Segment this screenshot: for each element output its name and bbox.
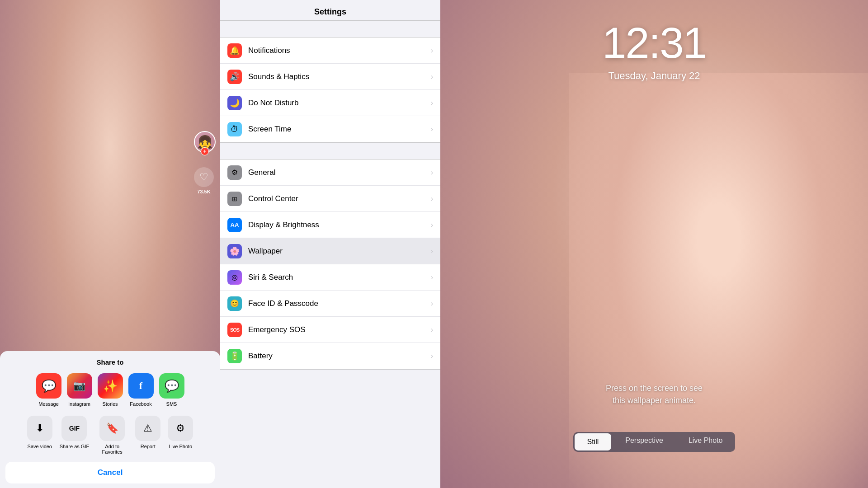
settings-row-screentime[interactable]: ⏱ Screen Time › — [220, 116, 440, 142]
settings-row-control[interactable]: ⊞ Control Center › — [220, 186, 440, 212]
siri-label: Siri & Search — [248, 273, 431, 282]
sos-icon: SOS — [227, 323, 242, 337]
sounds-icon: 🔊 — [227, 70, 242, 84]
settings-row-notifications[interactable]: 🔔 Notifications › — [220, 38, 440, 64]
lockscreen-hint: Press on the screen to seethis wallpaper… — [440, 382, 868, 407]
lockscreen-time: 12:31 — [440, 18, 868, 68]
sos-chevron: › — [431, 326, 433, 334]
livephoto-label: Live Photo — [169, 444, 192, 449]
siri-icon: ◎ — [227, 270, 242, 285]
settings-row-display[interactable]: AA Display & Brightness › — [220, 212, 440, 238]
report-label: Report — [141, 444, 156, 449]
battery-icon: 🔋 — [227, 349, 242, 363]
wallpaper-perspective-option[interactable]: Perspective — [613, 432, 676, 452]
like-count: 73.5K — [197, 189, 210, 194]
wallpaper-livephoto-option[interactable]: Live Photo — [676, 432, 736, 452]
settings-row-battery[interactable]: 🔋 Battery › — [220, 343, 440, 369]
sms-icon: 💬 — [159, 373, 184, 399]
share-title: Share to — [0, 358, 220, 366]
sms-label: SMS — [166, 401, 177, 407]
control-chevron: › — [431, 195, 433, 203]
settings-row-wallpaper[interactable]: 🌸 Wallpaper › — [220, 238, 440, 264]
settings-row-faceid[interactable]: 😊 Face ID & Passcode › — [220, 291, 440, 317]
report-action[interactable]: ⚠ Report — [135, 416, 160, 455]
gif-action[interactable]: GIF Share as GIF — [60, 416, 89, 455]
sounds-chevron: › — [431, 73, 433, 81]
heart-icon[interactable]: ♡ — [194, 167, 214, 187]
wallpaper-chevron: › — [431, 247, 433, 255]
battery-chevron: › — [431, 352, 433, 360]
wallpaper-label: Wallpaper — [248, 247, 431, 256]
share-app-message[interactable]: 💬 Message — [36, 373, 61, 407]
facebook-label: Facebook — [130, 401, 151, 407]
settings-row-dnd[interactable]: 🌙 Do Not Disturb › — [220, 90, 440, 116]
general-icon: ⚙ — [227, 165, 242, 180]
notifications-chevron: › — [431, 47, 433, 55]
settings-row-siri[interactable]: ◎ Siri & Search › — [220, 264, 440, 291]
stories-icon: ✨ — [98, 373, 123, 399]
share-overlay: Share to 💬 Message 📷 Instagram ✨ Stories… — [0, 351, 220, 488]
share-apps-row: 💬 Message 📷 Instagram ✨ Stories f Facebo… — [0, 373, 220, 407]
save-label: Save video — [28, 444, 52, 449]
settings-row-sos[interactable]: SOS Emergency SOS › — [220, 317, 440, 343]
facebook-icon: f — [128, 373, 154, 399]
battery-label: Battery — [248, 352, 431, 361]
wallpaper-icon: 🌸 — [227, 244, 242, 258]
settings-group-1: 🔔 Notifications › 🔊 Sounds & Haptics › 🌙… — [220, 37, 440, 143]
settings-title: Settings — [229, 7, 431, 17]
livephoto-icon: ⚙ — [168, 416, 193, 441]
dnd-chevron: › — [431, 99, 433, 107]
display-icon: AA — [227, 218, 242, 232]
display-chevron: › — [431, 221, 433, 229]
faceid-label: Face ID & Passcode — [248, 299, 431, 308]
favorites-action[interactable]: 🔖 Add to Favorites — [96, 416, 128, 455]
settings-header: Settings — [220, 0, 440, 21]
siri-chevron: › — [431, 273, 433, 282]
share-app-sms[interactable]: 💬 SMS — [159, 373, 184, 407]
lockscreen-date: Tuesday, January 22 — [440, 70, 868, 82]
lockscreen-panel: 12:31 Tuesday, January 22 Press on the s… — [440, 0, 868, 488]
display-label: Display & Brightness — [248, 221, 431, 230]
section-spacer-top — [220, 21, 440, 37]
share-actions-row: ⬇ Save video GIF Share as GIF 🔖 Add to F… — [0, 416, 220, 455]
settings-group-2: ⚙ General › ⊞ Control Center › AA Displa… — [220, 159, 440, 370]
share-app-stories[interactable]: ✨ Stories — [98, 373, 123, 407]
screentime-chevron: › — [431, 125, 433, 133]
livephoto-action[interactable]: ⚙ Live Photo — [168, 416, 193, 455]
save-video-action[interactable]: ⬇ Save video — [27, 416, 52, 455]
like-section: ♡ 73.5K — [194, 167, 214, 194]
save-icon: ⬇ — [27, 416, 52, 441]
settings-row-general[interactable]: ⚙ General › — [220, 160, 440, 186]
dnd-label: Do Not Disturb — [248, 99, 431, 108]
follow-plus-icon[interactable]: + — [201, 147, 209, 155]
gif-label: Share as GIF — [60, 444, 89, 449]
message-label: Message — [38, 401, 59, 407]
favorites-icon: 🔖 — [99, 416, 125, 441]
favorites-label: Add to Favorites — [96, 444, 128, 455]
user-avatar[interactable]: 👧 + — [194, 131, 216, 153]
settings-row-sounds[interactable]: 🔊 Sounds & Haptics › — [220, 64, 440, 90]
share-app-instagram[interactable]: 📷 Instagram — [67, 373, 92, 407]
stories-label: Stories — [102, 401, 118, 407]
wallpaper-options-group: Still Perspective Live Photo — [573, 432, 736, 452]
wallpaper-options: Still Perspective Live Photo — [440, 432, 868, 452]
sounds-label: Sounds & Haptics — [248, 72, 431, 81]
instagram-label: Instagram — [68, 401, 90, 407]
faceid-icon: 😊 — [227, 296, 242, 311]
gif-icon: GIF — [61, 416, 87, 441]
control-label: Control Center — [248, 194, 431, 203]
wallpaper-still-option[interactable]: Still — [575, 433, 612, 450]
screentime-icon: ⏱ — [227, 122, 242, 136]
section-spacer-mid — [220, 143, 440, 159]
cancel-button[interactable]: Cancel — [5, 462, 215, 483]
left-panel: 👧 + ♡ 73.5K Share to 💬 Message 📷 Instagr… — [0, 0, 220, 488]
notifications-label: Notifications — [248, 46, 431, 55]
general-chevron: › — [431, 169, 433, 177]
settings-list: 🔔 Notifications › 🔊 Sounds & Haptics › 🌙… — [220, 21, 440, 488]
control-icon: ⊞ — [227, 192, 242, 206]
share-app-facebook[interactable]: f Facebook — [128, 373, 154, 407]
settings-panel: Settings 🔔 Notifications › 🔊 Sounds & Ha… — [220, 0, 440, 488]
screentime-label: Screen Time — [248, 125, 431, 134]
instagram-icon: 📷 — [67, 373, 92, 399]
general-label: General — [248, 168, 431, 177]
